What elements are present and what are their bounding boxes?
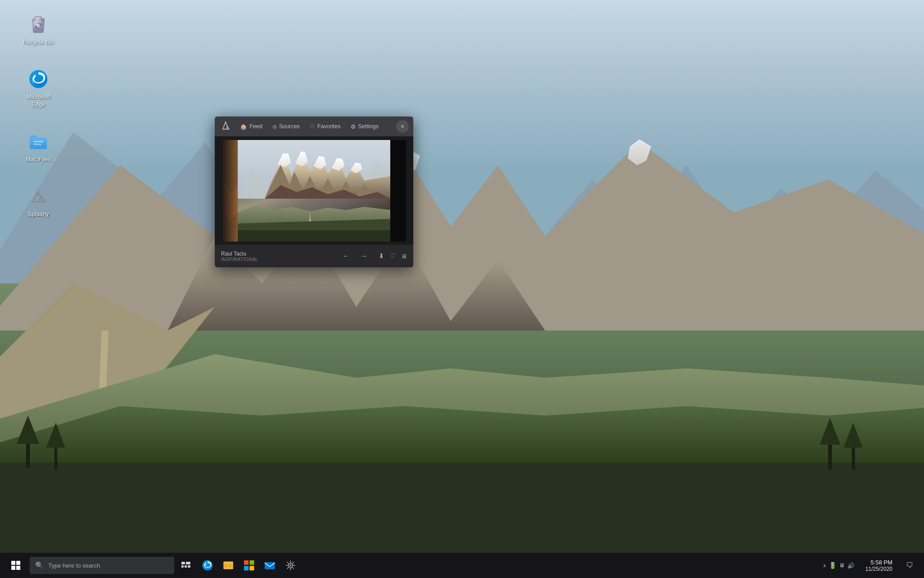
splashy-app-logo xyxy=(219,120,232,133)
search-icon: 🔍 xyxy=(35,561,44,569)
svg-rect-32 xyxy=(222,140,238,242)
svg-rect-52 xyxy=(181,565,184,568)
edge-label: Microsoft Edge xyxy=(20,93,57,109)
splashy-titlebar: 🏠 Feed ◎ Sources ♡ Favorites ⚙ Settings … xyxy=(215,117,413,136)
download-button[interactable]: ⬇ xyxy=(379,252,384,260)
nav-favorites[interactable]: ♡ Favorites xyxy=(305,121,345,132)
svg-rect-64 xyxy=(265,562,275,569)
carousel-main-image xyxy=(238,140,390,242)
taskbar-app-settings[interactable] xyxy=(281,555,300,575)
desktop-icon-splashy[interactable]: Splashy xyxy=(18,181,59,222)
svg-rect-49 xyxy=(390,140,406,242)
svg-marker-10 xyxy=(0,406,924,472)
svg-rect-61 xyxy=(249,560,254,565)
mac-files-icon xyxy=(27,130,50,153)
svg-line-73 xyxy=(293,562,294,564)
edge-icon xyxy=(27,67,50,91)
search-placeholder-text: Type here to search xyxy=(48,562,100,569)
system-tray: ∧ 🔋 🖥 🔊 5:58 PM 11/25/2020 🗨 xyxy=(819,555,919,575)
taskbar-pinned-apps xyxy=(198,555,300,575)
svg-rect-50 xyxy=(181,562,185,564)
nav-feed[interactable]: 🏠 Feed xyxy=(236,121,267,132)
windows-logo-icon xyxy=(11,561,20,570)
svg-rect-57 xyxy=(225,564,227,568)
splashy-label: Splashy xyxy=(28,210,49,218)
clock-time: 5:58 PM xyxy=(871,559,892,566)
desktop-background xyxy=(0,0,924,578)
desktop-icons-area: Recycle Bin Microsoft xyxy=(18,9,59,221)
nav-sources[interactable]: ◎ Sources xyxy=(268,121,305,132)
recycle-bin-label: Recycle Bin xyxy=(23,39,54,47)
svg-rect-14 xyxy=(54,444,57,470)
notification-center-button[interactable]: 🗨 xyxy=(900,555,919,575)
show-hidden-icons-button[interactable]: ∧ xyxy=(823,563,826,568)
mac-files-label: Mac Files xyxy=(26,156,51,163)
feed-icon: 🏠 xyxy=(240,123,247,130)
taskbar: 🔍 Type here to search xyxy=(0,553,924,578)
sources-icon: ◎ xyxy=(273,124,277,130)
prev-photo-button[interactable]: ← xyxy=(339,250,353,262)
taskbar-app-explorer[interactable] xyxy=(218,555,238,575)
favorite-button[interactable]: ♡ xyxy=(390,252,396,260)
carousel-navigation: ← → xyxy=(339,250,371,262)
task-view-button[interactable] xyxy=(176,555,196,575)
favorites-label: Favorites xyxy=(317,123,340,130)
task-view-icon xyxy=(181,562,190,569)
svg-line-74 xyxy=(287,568,289,569)
desktop-icon-recycle-bin[interactable]: Recycle Bin xyxy=(18,9,59,50)
volume-icon[interactable]: 🔊 xyxy=(847,562,855,569)
carousel-side-left xyxy=(222,140,238,242)
svg-rect-47 xyxy=(238,230,390,242)
svg-rect-62 xyxy=(244,566,249,570)
carousel-side-right xyxy=(390,140,406,242)
taskbar-search-box[interactable]: 🔍 Type here to search xyxy=(30,557,174,574)
desktop-icon-mac-files[interactable]: Mac Files xyxy=(18,126,59,167)
svg-rect-59 xyxy=(228,566,232,568)
photo-author-name: Raul Taciu xyxy=(221,251,339,257)
taskbar-app-edge[interactable] xyxy=(198,555,217,575)
svg-rect-16 xyxy=(828,442,832,470)
settings-label: Settings xyxy=(358,123,379,130)
splashy-carousel xyxy=(215,136,413,245)
set-wallpaper-button[interactable]: 🖥 xyxy=(401,253,407,260)
sources-label: Sources xyxy=(279,123,300,130)
splashy-window: 🏠 Feed ◎ Sources ♡ Favorites ⚙ Settings … xyxy=(215,117,413,267)
svg-rect-60 xyxy=(244,560,249,565)
systray-icons-area: ∧ 🔋 🖥 🔊 xyxy=(819,560,858,571)
splashy-icon xyxy=(27,184,50,208)
clock-date: 11/25/2020 xyxy=(865,566,892,572)
taskbar-clock[interactable]: 5:58 PM 11/25/2020 xyxy=(860,557,898,574)
recycle-bin-icon xyxy=(27,13,50,36)
settings-icon: ⚙ xyxy=(351,123,356,130)
svg-rect-51 xyxy=(186,562,190,564)
next-photo-button[interactable]: → xyxy=(357,250,371,262)
battery-icon[interactable]: 🔋 xyxy=(829,562,836,569)
taskbar-app-store[interactable] xyxy=(239,555,259,575)
svg-rect-63 xyxy=(249,566,254,570)
taskbar-app-mail[interactable] xyxy=(260,555,280,575)
nav-settings[interactable]: ⚙ Settings xyxy=(346,121,383,132)
splashy-close-button[interactable]: × xyxy=(396,120,409,133)
svg-rect-54 xyxy=(188,565,190,568)
splashy-bottom-bar: Raul Taciu INSPIRATIONAL ← → ⬇ ♡ 🖥 xyxy=(215,245,413,267)
svg-line-72 xyxy=(293,568,294,569)
svg-rect-23 xyxy=(33,144,42,145)
svg-line-71 xyxy=(287,562,289,564)
desktop-icon-edge[interactable]: Microsoft Edge xyxy=(18,64,59,112)
svg-rect-58 xyxy=(228,564,232,565)
svg-rect-22 xyxy=(33,141,43,142)
svg-point-66 xyxy=(290,564,291,566)
notification-icon: 🗨 xyxy=(906,561,913,569)
favorites-icon: ♡ xyxy=(310,123,315,130)
svg-rect-53 xyxy=(185,565,187,568)
svg-rect-18 xyxy=(852,444,855,470)
photo-action-icons: ⬇ ♡ 🖥 xyxy=(379,252,407,260)
start-button[interactable] xyxy=(5,554,27,577)
photo-author-info: Raul Taciu INSPIRATIONAL xyxy=(221,251,339,262)
feed-label: Feed xyxy=(249,123,263,130)
photo-category: INSPIRATIONAL xyxy=(221,257,339,262)
splashy-nav: 🏠 Feed ◎ Sources ♡ Favorites ⚙ Settings xyxy=(236,121,396,132)
network-icon[interactable]: 🖥 xyxy=(839,562,845,569)
